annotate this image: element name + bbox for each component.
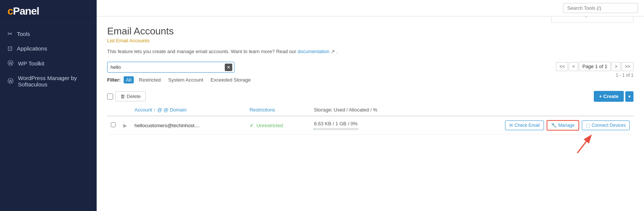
applications-icon: ⊡ — [7, 45, 12, 52]
toolbar-right: + Create ▾ — [594, 91, 634, 102]
sidebar-item-applications-label: Applications — [17, 45, 47, 52]
check-email-label: Check Email — [514, 123, 539, 128]
table-row: ▶ hellocustomers@techinhost.... ✓ Unrest… — [107, 116, 634, 135]
tools-icon: ✂ — [7, 30, 12, 37]
topbar — [97, 0, 644, 16]
stats-card: ∞ Available 10 Used Buy More ⊕ — [551, 16, 634, 23]
main-area: ∞ Available 10 Used Buy More ⊕ Email Acc… — [97, 0, 644, 211]
wptoolkit-icon: Ⓦ — [7, 59, 13, 67]
filter-system-account-button[interactable]: System Account — [166, 76, 205, 83]
search-input-wrap: ✕ — [107, 62, 235, 73]
search-input[interactable] — [107, 62, 235, 73]
row-actions-cell: ✉ Check Email 🔧 Manage ⬚ Connect Devices — [422, 116, 634, 135]
table-header-row: Account ↑ @ @ Domain Restrictions Storag… — [107, 104, 634, 116]
row-restrictions-cell: ✓ Unrestricted — [246, 116, 310, 135]
check-icon: ✓ — [250, 123, 254, 128]
logo: cPanel — [0, 0, 97, 23]
logo-text: cPanel — [7, 5, 39, 17]
check-email-button[interactable]: ✉ Check Email — [505, 120, 544, 130]
col-restrictions-header[interactable]: Restrictions — [246, 104, 310, 116]
col-storage-header: Storage: Used / Allocated / % — [310, 104, 422, 116]
page-description: This feature lets you create and manage … — [107, 49, 634, 54]
connect-devices-button[interactable]: ⬚ Connect Devices — [582, 120, 630, 130]
check-email-icon: ✉ — [509, 123, 513, 128]
buy-more-link[interactable]: Buy More ⊕ — [579, 16, 605, 17]
sidebar-nav: ✂ Tools ⊡ Applications Ⓦ WP Toolkit Ⓦ Wo… — [0, 23, 97, 95]
storage-text: 8.63 KB / 1 GB / 0% — [314, 121, 357, 126]
description-text: This feature lets you create and manage … — [107, 49, 297, 54]
connect-devices-icon: ⬚ — [586, 123, 590, 128]
connect-devices-label: Connect Devices — [592, 123, 626, 128]
col-expand — [120, 104, 131, 116]
table-container: Account ↑ @ @ Domain Restrictions Storag… — [107, 104, 634, 135]
sidebar-item-wptoolkit-label: WP Toolkit — [18, 60, 44, 67]
select-all-checkbox[interactable] — [107, 94, 113, 100]
manage-label: Manage — [558, 123, 574, 128]
create-button[interactable]: + Create — [594, 91, 624, 102]
pagination: << < Page 1 of 1 > >> — [556, 62, 634, 71]
sidebar-item-applications[interactable]: ⊡ Applications — [0, 41, 97, 56]
filter-exceeded-storage-button[interactable]: Exceeded Storage — [208, 76, 253, 83]
table-toolbar: 🗑 Delete + Create ▾ — [107, 91, 634, 102]
col-actions-header — [422, 104, 634, 116]
external-link-icon: ↗ — [331, 49, 335, 54]
pagination-page-info[interactable]: Page 1 of 1 — [579, 62, 611, 71]
sidebar-item-tools-label: Tools — [17, 31, 30, 37]
manage-button[interactable]: 🔧 Manage — [547, 120, 579, 131]
filter-label: Filter: — [107, 77, 121, 83]
pagination-count: 1 - 1 of 1 — [616, 73, 634, 78]
sidebar-item-wordpress-label: WordPress Manager by Softaculous — [18, 75, 89, 88]
row-checkbox-cell — [107, 116, 120, 135]
pagination-first-button[interactable]: << — [556, 62, 568, 71]
pagination-next-button[interactable]: > — [611, 62, 621, 71]
row-expand-cell[interactable]: ▶ — [120, 116, 131, 135]
search-clear-button[interactable]: ✕ — [225, 64, 232, 71]
search-row: ✕ — [107, 62, 253, 73]
delete-label: Delete — [127, 94, 141, 99]
delete-button[interactable]: 🗑 Delete — [115, 91, 146, 101]
sidebar: cPanel ✂ Tools ⊡ Applications Ⓦ WP Toolk… — [0, 0, 97, 211]
sort-icon: ↑ — [154, 107, 156, 113]
toolbar-left: 🗑 Delete — [107, 91, 146, 101]
col-account-header[interactable]: Account ↑ @ @ Domain — [131, 104, 246, 116]
filter-all-button[interactable]: All — [124, 76, 133, 83]
pagination-last-button[interactable]: >> — [622, 62, 634, 71]
page-title: Email Accounts — [107, 25, 634, 37]
sidebar-item-wordpress-manager[interactable]: Ⓦ WordPress Manager by Softaculous — [0, 71, 97, 91]
red-arrow-annotation — [570, 132, 600, 155]
account-email: hellocustomers@techinhost.... — [134, 123, 200, 128]
filter-row: Filter: All Restricted System Account Ex… — [107, 76, 253, 83]
row-storage-cell: 8.63 KB / 1 GB / 0% — [310, 116, 422, 135]
page-subtitle: List Email Accounts — [107, 38, 634, 43]
accounts-table: Account ↑ @ @ Domain Restrictions Storag… — [107, 104, 634, 135]
documentation-link[interactable]: documentation — [297, 49, 329, 54]
wordpress-manager-icon: Ⓦ — [7, 77, 13, 85]
col-check — [107, 104, 120, 116]
filter-restricted-button[interactable]: Restricted — [137, 76, 163, 83]
description-suffix: . — [336, 49, 338, 54]
search-tools-input[interactable] — [563, 3, 638, 13]
trash-icon: 🗑 — [120, 94, 125, 99]
manage-icon: 🔧 — [551, 123, 557, 128]
row-checkbox[interactable] — [111, 122, 116, 127]
storage-bar — [314, 128, 314, 130]
content-area: ∞ Available 10 Used Buy More ⊕ Email Acc… — [97, 16, 644, 211]
storage-bar-wrap — [314, 128, 359, 130]
sidebar-item-tools[interactable]: ✂ Tools — [0, 27, 97, 41]
settings-button[interactable]: ▾ — [625, 91, 634, 102]
restriction-value: Unrestricted — [257, 123, 283, 128]
sidebar-item-wptoolkit[interactable]: Ⓦ WP Toolkit — [0, 56, 97, 71]
pagination-prev-button[interactable]: < — [569, 62, 578, 71]
row-account-cell: hellocustomers@techinhost.... — [131, 116, 246, 135]
